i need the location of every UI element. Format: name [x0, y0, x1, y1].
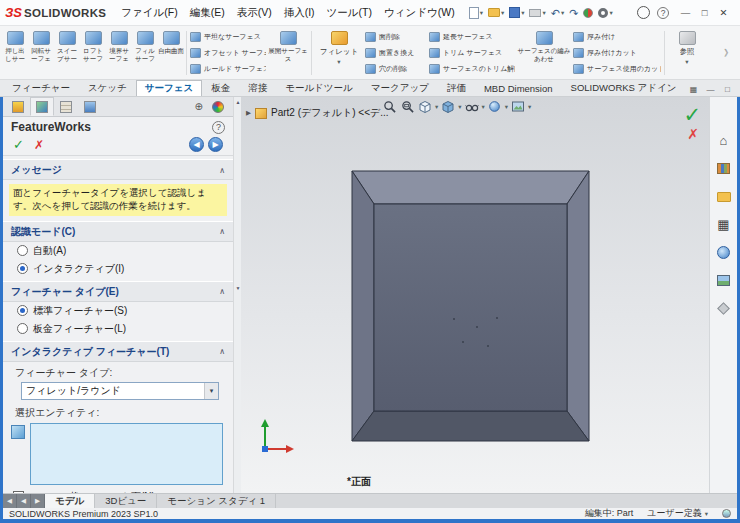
displaymanager-tab[interactable]: [206, 97, 230, 116]
thickened-cut-button[interactable]: 厚み付けカット: [573, 45, 661, 61]
thicken-button[interactable]: 厚み付け: [573, 29, 661, 45]
confirm-ok-icon[interactable]: ✓: [683, 105, 701, 125]
filled-surface-button[interactable]: フィルサーフェス: [132, 27, 158, 79]
radio-interactive[interactable]: インタラクティブ(I): [3, 260, 233, 278]
new-document-button[interactable]: ▾: [468, 6, 484, 20]
document-restore-button[interactable]: □: [720, 83, 736, 96]
display-style-icon[interactable]: [440, 99, 456, 114]
propertymanager-tab[interactable]: [30, 97, 54, 116]
maximize-button[interactable]: □: [695, 4, 714, 22]
ok-button[interactable]: ✓: [13, 137, 24, 152]
lofted-surface-button[interactable]: ロフトサーフェス: [80, 27, 106, 79]
dimxpertmanager-tab[interactable]: [78, 97, 102, 116]
tree-expand-icon[interactable]: ▶: [246, 109, 251, 117]
edit-appearance-icon[interactable]: [487, 99, 503, 114]
menu-view[interactable]: 表示(V): [232, 4, 277, 22]
featuremanager-tab[interactable]: [6, 97, 30, 116]
trim-surface-button[interactable]: トリム サーフェス: [429, 45, 515, 61]
tab-mbd-dimension[interactable]: MBD Dimension: [475, 80, 562, 96]
panel-scrollbar[interactable]: ▲ ▼: [233, 97, 241, 493]
extruded-surface-button[interactable]: 押し出しサーフェス: [2, 27, 28, 79]
units-dropdown[interactable]: ユーザー定義 ▾: [647, 507, 708, 520]
redo-button[interactable]: ↷: [568, 7, 579, 19]
cut-with-surface-button[interactable]: サーフェス使用のカット: [573, 61, 661, 77]
next-tab-button[interactable]: ▶: [31, 494, 45, 508]
tab-markup[interactable]: マークアップ: [362, 80, 438, 96]
swept-surface-button[interactable]: スイープサーフェス: [54, 27, 80, 79]
document-close-button[interactable]: ✕: [737, 83, 740, 96]
cancel-button[interactable]: ✗: [34, 138, 44, 152]
tab-motion-study-1[interactable]: モーション スタディ 1: [157, 494, 276, 508]
solidworks-resources-icon[interactable]: ⌂: [713, 131, 735, 150]
zoom-area-icon[interactable]: [399, 99, 415, 114]
configurationmanager-tab[interactable]: [54, 97, 78, 116]
apply-scene-icon[interactable]: [510, 99, 526, 114]
feature-type-header[interactable]: フィーチャー タイプ(E) ∧: [3, 281, 233, 302]
flatten-surface-button[interactable]: 展開サーフェス: [267, 27, 309, 79]
tab-3d-views[interactable]: 3Dビュー: [95, 494, 157, 508]
tab-model[interactable]: モデル: [45, 494, 95, 508]
tab-evaluate[interactable]: 評価: [438, 80, 475, 96]
radio-automatic[interactable]: 自動(A): [3, 242, 233, 260]
extend-surface-button[interactable]: 延長サーフェス: [429, 29, 515, 45]
planar-surface-button[interactable]: 平坦なサーフェス: [190, 29, 266, 45]
appearances-icon[interactable]: [713, 243, 735, 262]
ribbon-overflow-chevron[interactable]: 》: [719, 27, 738, 79]
interactive-features-header[interactable]: インタラクティブ フィーチャー(T) ∧: [3, 341, 233, 362]
message-section-header[interactable]: メッセージ ∧: [3, 159, 233, 180]
back-button[interactable]: ◀: [189, 137, 204, 152]
scenes-icon[interactable]: [713, 271, 735, 290]
view-palette-icon[interactable]: ▦: [713, 215, 735, 234]
tab-weldments[interactable]: 溶接: [239, 80, 276, 96]
pane-options-icon[interactable]: ⊕: [195, 101, 203, 112]
minimize-button[interactable]: —: [676, 4, 695, 22]
tab-solidworks-addins[interactable]: SOLIDWORKS アドイン: [562, 80, 686, 96]
recognition-mode-header[interactable]: 認識モード(C) ∧: [3, 221, 233, 242]
revolved-surface-button[interactable]: 回転サーフェス: [28, 27, 54, 79]
pane-layout-icon[interactable]: ▦: [686, 83, 702, 96]
custom-properties-icon[interactable]: [713, 299, 735, 318]
save-button[interactable]: ▾: [508, 6, 525, 19]
zoom-fit-icon[interactable]: [381, 99, 397, 114]
first-tab-button[interactable]: ◀: [3, 494, 17, 508]
boundary-surface-button[interactable]: 境界サーフェス: [106, 27, 132, 79]
tree-item-part2[interactable]: Part2 (デフォルト) <<デ...: [271, 106, 389, 120]
delete-face-button[interactable]: 面削除: [365, 29, 427, 45]
selection-listbox[interactable]: [30, 423, 223, 485]
file-explorer-icon[interactable]: [713, 187, 735, 206]
replace-face-button[interactable]: 面置き換え: [365, 45, 427, 61]
menu-tools[interactable]: ツール(T): [322, 4, 377, 22]
feature-type-dropdown[interactable]: フィレット/ラウンド ▾: [21, 382, 219, 400]
view-orientation-icon[interactable]: [417, 99, 433, 114]
ruled-surface-button[interactable]: ルールド サーフェス: [190, 61, 266, 77]
delete-hole-button[interactable]: 穴の削除: [365, 61, 427, 77]
menu-file[interactable]: ファイル(F): [116, 4, 182, 22]
knit-surface-button[interactable]: サーフェスの編みあわせ: [516, 27, 572, 79]
rebuild-button[interactable]: [582, 7, 594, 19]
tab-sheet-metal[interactable]: 板金: [202, 80, 239, 96]
document-minimize-button[interactable]: —: [703, 83, 719, 96]
menu-insert[interactable]: 挿入(I): [279, 4, 320, 22]
user-account-icon[interactable]: [637, 6, 650, 19]
freeform-button[interactable]: 自由曲面: [158, 27, 184, 79]
hide-show-items-icon[interactable]: [464, 99, 480, 114]
fillet-button[interactable]: フィレット ▾: [314, 27, 364, 79]
reference-geometry-button[interactable]: 参照 ▾: [667, 27, 707, 79]
offset-surface-button[interactable]: オフセット サーフェス: [190, 45, 266, 61]
graphics-viewport[interactable]: ▶ Part2 (デフォルト) <<デ... ▾ ▾ ▾ ▾ ▾ ✓ ✗: [241, 97, 709, 493]
untrim-surface-button[interactable]: サーフェスのトリム解除: [429, 61, 515, 77]
status-globe-icon[interactable]: [722, 509, 731, 518]
tab-sketch[interactable]: スケッチ: [79, 80, 136, 96]
previous-tab-button[interactable]: ◀: [17, 494, 31, 508]
radio-sheet-metal-features[interactable]: 板金フィーチャー(L): [3, 320, 233, 338]
panel-help-icon[interactable]: ?: [212, 121, 225, 134]
part-model[interactable]: [241, 97, 709, 493]
print-button[interactable]: ▾: [528, 8, 546, 18]
tab-features[interactable]: フィーチャー: [3, 80, 79, 96]
menu-edit[interactable]: 編集(E): [185, 4, 230, 22]
tab-mold-tools[interactable]: モールドツール: [276, 80, 362, 96]
tab-surfaces[interactable]: サーフェス: [136, 80, 202, 96]
design-library-icon[interactable]: [713, 159, 735, 178]
options-button[interactable]: ▾: [597, 7, 613, 19]
undo-button[interactable]: ↶▾: [550, 7, 565, 19]
